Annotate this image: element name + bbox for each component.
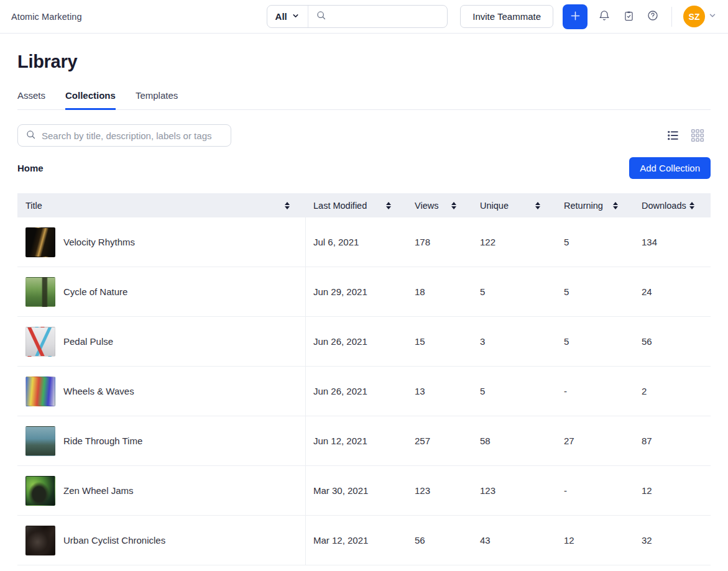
page-title: Library — [17, 52, 711, 72]
cell-unique: 123 — [472, 466, 556, 515]
cell-views: 257 — [407, 416, 472, 465]
cell-downloads: 87 — [634, 416, 711, 465]
cell-unique: 5 — [472, 367, 556, 416]
column-header-views[interactable]: Views — [407, 193, 472, 217]
breadcrumb[interactable]: Home — [17, 163, 44, 173]
top-bar-actions: Invite Teammate SZ — [460, 4, 717, 29]
list-view-icon — [666, 135, 680, 144]
collection-thumbnail — [25, 377, 55, 406]
collection-thumbnail — [25, 227, 55, 257]
collection-title: Urban Cyclist Chronicles — [63, 535, 165, 546]
cell-unique: 58 — [472, 416, 556, 465]
cell-views: 15 — [407, 317, 472, 366]
avatar: SZ — [683, 6, 705, 27]
collection-search-box — [17, 124, 231, 147]
table-row[interactable]: Wheels & Waves Jun 26, 2021 13 5 - 2 — [17, 367, 711, 416]
cell-returning: 5 — [556, 217, 634, 267]
cell-last-modified: Jun 12, 2021 — [306, 416, 407, 465]
cell-downloads: 32 — [634, 516, 711, 565]
plus-icon — [569, 9, 582, 24]
cell-returning: 5 — [556, 267, 634, 316]
column-header-unique[interactable]: Unique — [472, 193, 556, 217]
collection-thumbnail — [25, 526, 55, 555]
cell-views: 178 — [407, 217, 472, 267]
table-row[interactable]: Ride Through Time Jun 12, 2021 257 58 27… — [17, 416, 711, 466]
help-icon — [647, 9, 659, 24]
collection-search-input[interactable] — [42, 130, 223, 141]
cell-returning: - — [556, 367, 634, 416]
collection-thumbnail — [25, 327, 55, 357]
column-header-title[interactable]: Title — [17, 193, 306, 217]
table-row[interactable]: Velocity Rhythms Jul 6, 2021 178 122 5 1… — [17, 217, 711, 267]
cell-downloads: 134 — [634, 217, 711, 267]
chevron-down-icon — [708, 11, 717, 22]
search-icon — [316, 10, 326, 23]
library-tabs: Assets Collections Templates — [17, 90, 711, 110]
cell-last-modified: Jun 26, 2021 — [306, 367, 407, 416]
cell-downloads: 12 — [634, 466, 711, 515]
table-row[interactable]: Pedal Pulse Jun 26, 2021 15 3 5 56 — [17, 317, 711, 367]
global-search-input[interactable] — [331, 11, 440, 22]
collections-table: Title Last Modified Views Unique Returni… — [17, 193, 711, 565]
grid-view-button[interactable] — [691, 129, 704, 142]
column-header-last-modified[interactable]: Last Modified — [306, 193, 407, 217]
breadcrumb-row: Home Add Collection — [17, 157, 711, 179]
top-bar-divider — [671, 7, 672, 27]
collection-title: Zen Wheel Jams — [63, 485, 134, 496]
cell-unique: 43 — [472, 516, 556, 565]
cell-returning: 27 — [556, 416, 634, 465]
collection-title: Ride Through Time — [63, 436, 142, 446]
cell-downloads: 24 — [634, 267, 711, 316]
collection-title: Wheels & Waves — [63, 386, 134, 396]
brand-logo: Atomic Marketing — [11, 12, 82, 22]
cell-last-modified: Jul 6, 2021 — [306, 217, 407, 267]
notifications-button[interactable] — [597, 9, 612, 24]
tab-templates[interactable]: Templates — [136, 90, 178, 110]
list-view-button[interactable] — [666, 129, 680, 142]
cell-returning: - — [556, 466, 634, 515]
user-menu[interactable]: SZ — [683, 6, 717, 27]
grid-view-icon — [691, 135, 704, 144]
cell-unique: 5 — [472, 267, 556, 316]
bell-icon — [598, 9, 611, 24]
add-collection-button[interactable]: Add Collection — [629, 157, 711, 179]
column-header-returning[interactable]: Returning — [556, 193, 634, 217]
table-row[interactable]: Zen Wheel Jams Mar 30, 2021 123 123 - 12 — [17, 466, 711, 516]
column-header-downloads[interactable]: Downloads — [634, 193, 711, 217]
clipboard-check-icon — [623, 10, 635, 24]
sort-icon[interactable] — [451, 202, 456, 209]
global-search-field-wrap — [308, 10, 447, 23]
table-row[interactable]: Urban Cyclist Chronicles Mar 12, 2021 56… — [17, 516, 711, 565]
tasks-button[interactable] — [621, 9, 636, 24]
cell-downloads: 2 — [634, 367, 711, 416]
search-scope-value: All — [275, 11, 287, 22]
table-row[interactable]: Cycle of Nature Jun 29, 2021 18 5 5 24 — [17, 267, 711, 317]
invite-teammate-button[interactable]: Invite Teammate — [460, 5, 553, 28]
collection-thumbnail — [25, 426, 55, 456]
search-scope-dropdown[interactable]: All — [267, 6, 308, 27]
help-button[interactable] — [645, 9, 660, 24]
chevron-down-icon — [292, 11, 300, 22]
sort-icon[interactable] — [535, 202, 540, 209]
cell-last-modified: Jun 29, 2021 — [306, 267, 407, 316]
sort-icon[interactable] — [613, 202, 618, 209]
cell-unique: 3 — [472, 317, 556, 366]
cell-last-modified: Jun 26, 2021 — [306, 317, 407, 366]
sort-icon[interactable] — [689, 202, 694, 209]
view-toggles — [666, 129, 711, 142]
sort-icon[interactable] — [285, 202, 290, 209]
add-new-button[interactable] — [563, 4, 587, 29]
cell-last-modified: Mar 12, 2021 — [306, 516, 407, 565]
cell-unique: 122 — [472, 217, 556, 267]
top-bar: Atomic Marketing All Invite Teammate — [0, 0, 728, 34]
table-header: Title Last Modified Views Unique Returni… — [17, 193, 711, 217]
global-search: All — [267, 5, 448, 28]
main-content: Library Assets Collections Templates — [0, 52, 728, 565]
cell-views: 18 — [407, 267, 472, 316]
sort-icon[interactable] — [386, 202, 391, 209]
tab-assets[interactable]: Assets — [17, 90, 45, 110]
collection-thumbnail — [25, 277, 55, 307]
cell-views: 123 — [407, 466, 472, 515]
tab-collections[interactable]: Collections — [65, 90, 116, 110]
cell-returning: 5 — [556, 317, 634, 366]
